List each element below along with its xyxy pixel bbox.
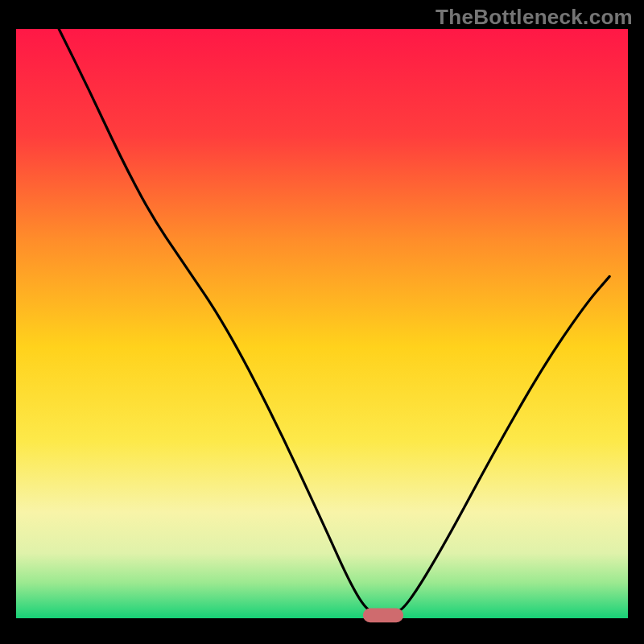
watermark-text: TheBottleneck.com: [436, 5, 633, 30]
bottleneck-chart: [0, 0, 644, 644]
plot-background: [16, 29, 628, 618]
sweet-spot-marker: [363, 609, 403, 623]
